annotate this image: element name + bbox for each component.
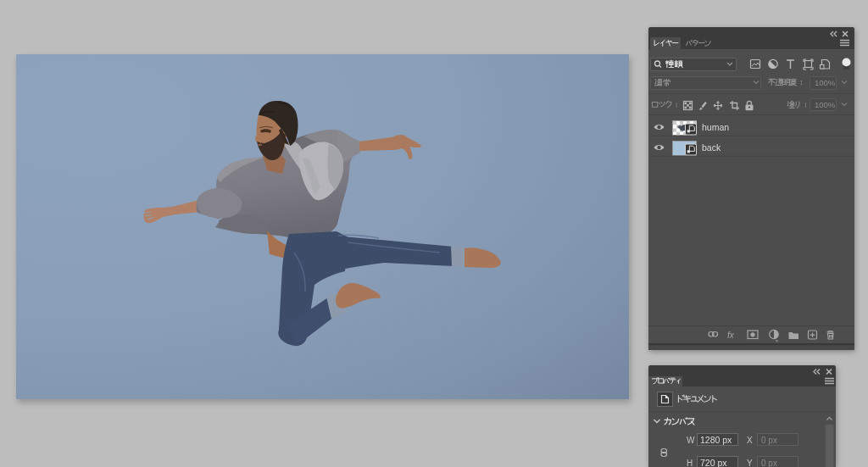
svg-text:H: H — [687, 459, 693, 467]
svg-text:100%: 100% — [815, 78, 836, 87]
svg-text:1280 px: 1280 px — [700, 435, 732, 445]
svg-text:W: W — [687, 436, 695, 445]
svg-text:fx: fx — [727, 331, 735, 340]
svg-text:X: X — [747, 436, 753, 445]
svg-text:Y: Y — [747, 459, 753, 467]
svg-text:720 px: 720 px — [700, 458, 727, 467]
svg-text:human: human — [702, 122, 729, 132]
svg-text:100%: 100% — [815, 100, 836, 109]
svg-text:0 px: 0 px — [761, 459, 777, 467]
svg-text:back: back — [702, 142, 721, 153]
svg-text:0 px: 0 px — [761, 436, 777, 445]
